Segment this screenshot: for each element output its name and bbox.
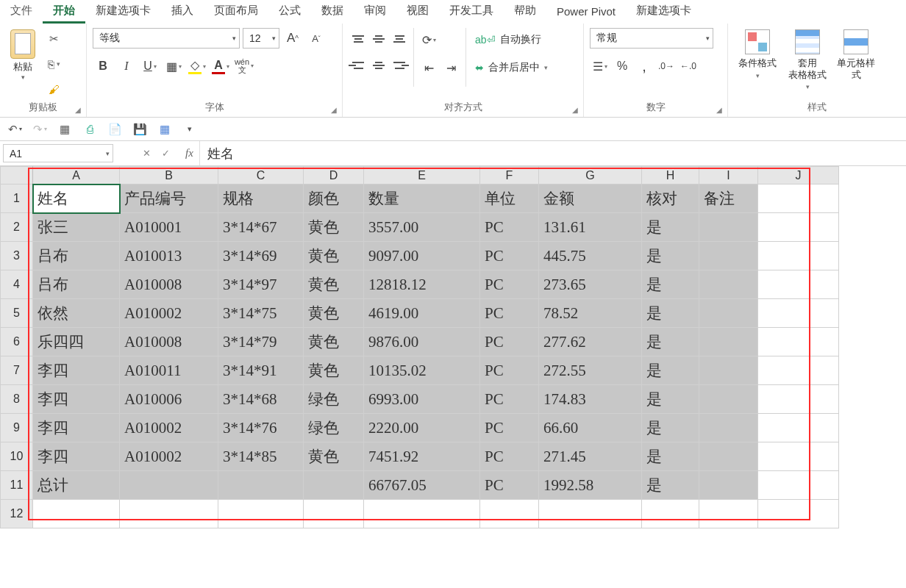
fx-icon[interactable]: fx <box>179 141 199 165</box>
cell[interactable]: 黄色 <box>304 242 364 270</box>
cell[interactable]: 颜色 <box>304 184 364 213</box>
row-header-9[interactable]: 9 <box>1 414 33 442</box>
cell[interactable]: 是 <box>642 213 699 242</box>
row-header-8[interactable]: 8 <box>1 385 33 414</box>
cell[interactable]: 2220.00 <box>364 414 480 442</box>
paste-button[interactable]: 粘贴 ▾ <box>6 28 40 81</box>
cell[interactable]: 是 <box>642 414 699 442</box>
cell-styles-button[interactable]: 单元格样式 <box>834 28 878 80</box>
font-launcher[interactable]: ◢ <box>329 105 339 115</box>
cell[interactable]: 1992.58 <box>539 471 642 500</box>
cell[interactable] <box>364 500 480 528</box>
border-button[interactable]: ▦▾ <box>163 56 184 76</box>
formula-cancel-button[interactable]: ✕ <box>138 148 154 159</box>
formula-enter-button[interactable]: ✓ <box>157 148 174 159</box>
cell[interactable]: 277.62 <box>539 328 642 356</box>
redo-button[interactable]: ↷▾ <box>29 121 50 138</box>
cell[interactable] <box>33 500 120 528</box>
name-box[interactable]: A1▾ <box>3 144 113 162</box>
cell[interactable]: A010001 <box>120 213 218 242</box>
cell[interactable]: 3557.00 <box>364 213 480 242</box>
cell[interactable] <box>642 500 699 528</box>
column-header-G[interactable]: G <box>539 167 642 184</box>
cell[interactable]: 是 <box>642 385 699 414</box>
cell[interactable]: 绿色 <box>304 414 364 442</box>
cell[interactable]: 是 <box>642 328 699 356</box>
cell[interactable]: 4619.00 <box>364 299 480 328</box>
menu-视图[interactable]: 视图 <box>396 0 439 24</box>
cell[interactable]: A010002 <box>120 442 218 471</box>
cell[interactable] <box>699 414 758 442</box>
cell[interactable]: 7451.92 <box>364 442 480 471</box>
row-header-1[interactable]: 1 <box>1 184 33 213</box>
column-header-D[interactable]: D <box>304 167 364 184</box>
cell[interactable]: 3*14*68 <box>218 385 304 414</box>
cell[interactable]: 445.75 <box>539 242 642 270</box>
align-center-button[interactable] <box>369 56 388 75</box>
cell[interactable]: PC <box>480 328 539 356</box>
cell[interactable]: 272.55 <box>539 356 642 385</box>
cell[interactable]: 乐四四 <box>33 328 120 356</box>
format-as-table-button[interactable]: 套用 表格格式 ▾ <box>784 28 831 90</box>
cell[interactable]: 3*14*97 <box>218 270 304 299</box>
menu-数据[interactable]: 数据 <box>311 0 354 24</box>
cell[interactable] <box>699 213 758 242</box>
font-size-combo[interactable]: 12▾ <box>243 28 279 49</box>
formula-input[interactable]: 姓名 <box>199 141 906 165</box>
fill-color-button[interactable]: ◇▾ <box>187 56 207 76</box>
column-header-F[interactable]: F <box>480 167 539 184</box>
cell[interactable]: A010002 <box>120 414 218 442</box>
align-left-button[interactable] <box>349 56 368 75</box>
menu-开发工具[interactable]: 开发工具 <box>439 0 504 24</box>
cell[interactable]: 规格 <box>218 184 304 213</box>
cell[interactable] <box>699 356 758 385</box>
cell[interactable]: 是 <box>642 442 699 471</box>
cell[interactable]: 3*14*67 <box>218 213 304 242</box>
cell[interactable] <box>758 328 839 356</box>
cell[interactable]: 3*14*91 <box>218 356 304 385</box>
cell[interactable]: PC <box>480 414 539 442</box>
menu-审阅[interactable]: 审阅 <box>354 0 396 24</box>
cell[interactable]: 黄色 <box>304 299 364 328</box>
cell[interactable]: 李四 <box>33 356 120 385</box>
row-header-2[interactable]: 2 <box>1 213 33 242</box>
wrap-text-button[interactable]: ab⏎自动换行 <box>471 29 552 50</box>
cell[interactable] <box>120 500 218 528</box>
cell[interactable] <box>120 471 218 500</box>
number-launcher[interactable]: ◢ <box>714 105 724 115</box>
cell[interactable]: 吕布 <box>33 242 120 270</box>
cell[interactable]: 3*14*85 <box>218 442 304 471</box>
cell[interactable]: 66767.05 <box>364 471 480 500</box>
cell[interactable]: 张三 <box>33 213 120 242</box>
menu-文件[interactable]: 文件 <box>0 0 43 24</box>
cell[interactable]: 金额 <box>539 184 642 213</box>
cell[interactable] <box>699 500 758 528</box>
undo-button[interactable]: ↶▾ <box>4 121 25 138</box>
column-header-E[interactable]: E <box>364 167 480 184</box>
cell[interactable]: 12818.12 <box>364 270 480 299</box>
cell[interactable]: A010008 <box>120 328 218 356</box>
cell[interactable]: A010008 <box>120 270 218 299</box>
cell[interactable] <box>699 299 758 328</box>
cell[interactable]: 备注 <box>699 184 758 213</box>
merge-center-button[interactable]: ⬌合并后居中▾ <box>471 57 552 78</box>
copy-button[interactable]: ⎘▾ <box>43 54 65 74</box>
row-header-6[interactable]: 6 <box>1 328 33 356</box>
increase-indent-button[interactable]: ⇥ <box>440 57 461 78</box>
percent-button[interactable]: % <box>612 56 632 76</box>
cell[interactable]: 黄色 <box>304 213 364 242</box>
cell[interactable] <box>218 500 304 528</box>
cell[interactable]: 10135.02 <box>364 356 480 385</box>
cell[interactable]: PC <box>480 385 539 414</box>
spreadsheet-grid[interactable]: ABCDEFGHIJ 1姓名产品编号规格颜色数量单位金额核对备注2张三A0100… <box>0 166 839 528</box>
cell[interactable]: 是 <box>642 242 699 270</box>
save-button[interactable]: 💾 <box>129 121 150 138</box>
menu-公式[interactable]: 公式 <box>268 0 311 24</box>
cell[interactable]: 吕布 <box>33 270 120 299</box>
row-header-11[interactable]: 11 <box>1 471 33 500</box>
row-header-3[interactable]: 3 <box>1 242 33 270</box>
alignment-launcher[interactable]: ◢ <box>570 105 580 115</box>
cell[interactable]: 6993.00 <box>364 385 480 414</box>
comma-button[interactable]: , <box>634 56 654 76</box>
align-bottom-button[interactable] <box>390 29 409 49</box>
